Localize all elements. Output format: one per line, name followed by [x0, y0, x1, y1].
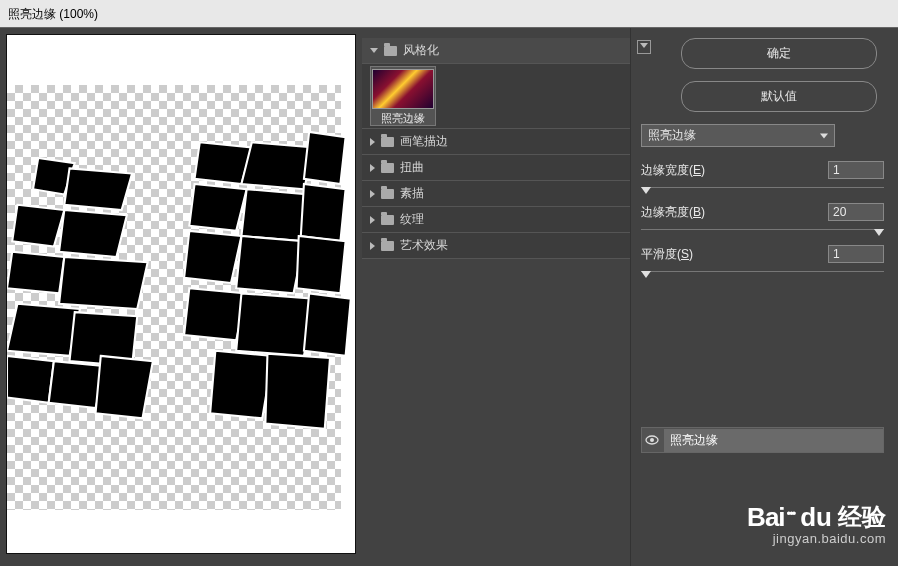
folder-icon: [381, 189, 394, 199]
smoothness-slider[interactable]: [641, 271, 884, 277]
window-title: 照亮边缘 (100%): [8, 7, 98, 21]
title-bar: 照亮边缘 (100%): [0, 0, 898, 28]
workspace: 风格化 照亮边缘 画笔描边 扭曲 素描 纹理: [0, 28, 898, 566]
thumb-row: 照亮边缘: [362, 64, 630, 129]
folder-icon: [381, 215, 394, 225]
svg-marker-18: [236, 236, 304, 293]
eye-icon[interactable]: [642, 435, 662, 445]
chevron-right-icon: [370, 164, 375, 172]
category-texture[interactable]: 纹理: [362, 207, 630, 233]
folder-icon: [381, 137, 394, 147]
svg-marker-6: [7, 304, 80, 356]
svg-marker-5: [59, 257, 148, 309]
slider-thumb[interactable]: [641, 271, 651, 278]
ok-button[interactable]: 确定: [681, 38, 877, 69]
slider-thumb[interactable]: [641, 187, 651, 194]
svg-marker-16: [301, 184, 346, 241]
category-label: 扭曲: [400, 159, 424, 176]
preview-pane: [0, 28, 362, 566]
category-brush-strokes[interactable]: 画笔描边: [362, 129, 630, 155]
chevron-right-icon: [370, 190, 375, 198]
svg-marker-24: [265, 354, 330, 429]
folder-icon: [381, 163, 394, 173]
watermark-brand: Bai: [747, 502, 784, 533]
svg-marker-21: [236, 293, 314, 356]
svg-marker-17: [184, 231, 241, 283]
slider-label: 边缘宽度(E): [641, 162, 705, 179]
slider-thumb[interactable]: [874, 229, 884, 236]
svg-marker-3: [59, 210, 127, 257]
edge-brightness-slider[interactable]: [641, 229, 884, 235]
watermark-url: jingyan.baidu.com: [747, 531, 886, 546]
thumb-image: [372, 69, 434, 109]
effect-layer-row[interactable]: 照亮边缘: [641, 427, 884, 453]
svg-marker-4: [7, 252, 64, 294]
svg-point-26: [650, 438, 654, 442]
slider-smoothness: 平滑度(S): [641, 245, 884, 277]
filter-select-value: 照亮边缘: [648, 128, 696, 142]
svg-marker-1: [64, 168, 132, 210]
category-label: 素描: [400, 185, 424, 202]
chevron-right-icon: [370, 138, 375, 146]
filter-tree-pane: 风格化 照亮边缘 画笔描边 扭曲 素描 纹理: [362, 28, 630, 566]
category-label: 纹理: [400, 211, 424, 228]
slider-label: 平滑度(S): [641, 246, 693, 263]
category-artistic[interactable]: 艺术效果: [362, 233, 630, 259]
chevron-right-icon: [370, 216, 375, 224]
edge-width-input[interactable]: [828, 161, 884, 179]
smoothness-input[interactable]: [828, 245, 884, 263]
svg-marker-8: [7, 356, 54, 403]
chevron-down-icon: [370, 48, 378, 53]
filter-thumb-glowing-edges[interactable]: 照亮边缘: [370, 66, 436, 126]
slider-edge-width: 边缘宽度(E): [641, 161, 884, 193]
category-label: 画笔描边: [400, 133, 448, 150]
svg-marker-22: [304, 293, 351, 356]
category-label: 艺术效果: [400, 237, 448, 254]
preview-canvas[interactable]: [6, 34, 356, 554]
thumb-label: 照亮边缘: [381, 112, 425, 124]
category-label: 风格化: [403, 42, 439, 59]
svg-marker-15: [241, 189, 309, 241]
svg-marker-10: [96, 356, 153, 419]
filter-select[interactable]: 照亮边缘: [641, 124, 835, 147]
svg-marker-23: [210, 351, 273, 419]
category-sketch[interactable]: 素描: [362, 181, 630, 207]
slider-label: 边缘亮度(B): [641, 204, 705, 221]
paw-icon: •••: [787, 506, 795, 521]
category-distort[interactable]: 扭曲: [362, 155, 630, 181]
watermark: Bai•••du 经验 jingyan.baidu.com: [747, 501, 886, 546]
collapse-icon[interactable]: [637, 40, 651, 54]
svg-marker-12: [241, 142, 314, 189]
svg-marker-19: [297, 236, 346, 293]
svg-marker-13: [304, 132, 346, 184]
edge-brightness-input[interactable]: [828, 203, 884, 221]
controls-pane: 确定 默认值 照亮边缘 边缘宽度(E) 边缘亮度(B): [630, 28, 898, 566]
folder-icon: [381, 241, 394, 251]
svg-marker-2: [12, 205, 64, 247]
folder-icon: [384, 46, 397, 56]
slider-edge-brightness: 边缘亮度(B): [641, 203, 884, 235]
default-button[interactable]: 默认值: [681, 81, 877, 112]
category-stylize[interactable]: 风格化: [362, 38, 630, 64]
edge-width-slider[interactable]: [641, 187, 884, 193]
layer-name: 照亮边缘: [664, 429, 883, 452]
svg-marker-14: [189, 184, 246, 231]
chevron-right-icon: [370, 242, 375, 250]
preview-artwork: [7, 85, 355, 528]
